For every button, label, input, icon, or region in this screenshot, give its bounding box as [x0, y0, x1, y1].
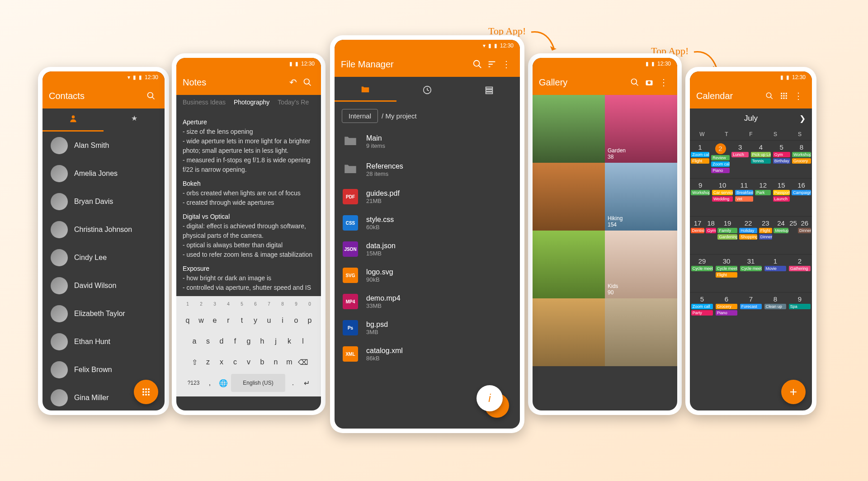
date-cell[interactable]: 5GymBirthday	[772, 140, 791, 178]
date-cell[interactable]: 29Cycle meet	[690, 254, 714, 292]
event-chip[interactable]: Pick up Lis	[751, 152, 771, 157]
backspace-key[interactable]: ⌫	[297, 353, 309, 371]
date-cell[interactable]: 9Spa	[788, 292, 812, 330]
event-chip[interactable]: Gym	[773, 152, 790, 157]
date-cell[interactable]: 9Workshop	[690, 178, 711, 216]
event-chip[interactable]: Dentist	[691, 228, 705, 233]
album-thumb[interactable]	[533, 298, 605, 366]
contact-row[interactable]: Elizabeth Taylor	[42, 300, 165, 328]
key[interactable]: w	[195, 311, 207, 330]
file-row[interactable]: XMLcatalog.xml86kB	[335, 341, 520, 367]
event-chip[interactable]: Gathering	[789, 266, 811, 271]
sort-icon[interactable]	[485, 57, 499, 71]
tab-storage[interactable]	[458, 80, 520, 101]
event-chip[interactable]: Piano	[711, 168, 730, 173]
file-list[interactable]: Main9 itemsReferences28 itemsPDFguides.p…	[335, 127, 520, 429]
file-row[interactable]: PDFguides.pdf21MB	[335, 184, 520, 210]
contact-row[interactable]: Amelia Jones	[42, 160, 165, 188]
event-chip[interactable]: Holiday	[739, 228, 757, 233]
event-chip[interactable]: Cycle meet	[691, 266, 713, 271]
keyboard[interactable]: 1234567890 qwertyuiop asdfghjkl ⇧zxcvbnm…	[176, 296, 321, 396]
key[interactable]: 2	[195, 299, 207, 309]
note-tab[interactable]: Business Ideas	[183, 99, 226, 106]
key[interactable]: g	[243, 332, 255, 350]
date-cell[interactable]: 12Park	[754, 178, 772, 216]
numeric-key[interactable]: ?123	[185, 374, 202, 392]
date-cell[interactable]: 8Clean up	[763, 292, 788, 330]
contact-row[interactable]: Christina Johnson	[42, 216, 165, 244]
key[interactable]: 4	[222, 299, 234, 309]
enter-key[interactable]: ↵	[301, 374, 312, 392]
key[interactable]: q	[182, 311, 193, 330]
event-chip[interactable]: Piano	[716, 310, 738, 316]
key[interactable]: 6	[250, 299, 261, 309]
key[interactable]: x	[216, 353, 227, 371]
key[interactable]: 5	[236, 299, 248, 309]
date-cell[interactable]: 11BreakfastVet	[734, 178, 754, 216]
date-cell[interactable]: 30Cycle meetFlight	[714, 254, 739, 292]
date-cell[interactable]: 26Dinner	[797, 216, 812, 254]
file-row[interactable]: References28 items	[335, 156, 520, 184]
comma-key[interactable]: ,	[204, 374, 216, 392]
event-chip[interactable]: Cycle meet	[716, 266, 738, 271]
key[interactable]: e	[209, 311, 221, 330]
file-row[interactable]: MP4demo.mp433MB	[335, 288, 520, 315]
note-tab[interactable]: Today's Re	[278, 99, 309, 106]
album-thumb[interactable]	[605, 298, 677, 366]
file-row[interactable]: SVGlogo.svg90kB	[335, 262, 520, 288]
date-cell[interactable]: 3Lunch	[731, 140, 750, 178]
breadcrumb-path[interactable]: / My project	[382, 112, 417, 120]
event-chip[interactable]: Dinner	[798, 228, 811, 233]
search-icon[interactable]	[762, 89, 777, 103]
contact-row[interactable]: Bryan Davis	[42, 188, 165, 216]
event-chip[interactable]: Workshop	[691, 190, 710, 195]
date-cell[interactable]: 24Meetup	[773, 216, 789, 254]
key[interactable]: 9	[290, 299, 302, 309]
contact-row[interactable]: David Wilson	[42, 272, 165, 300]
album-thumb[interactable]: Hiking154	[605, 163, 677, 231]
event-chip[interactable]: Forecast	[740, 304, 762, 309]
breadcrumb-root[interactable]: Internal	[342, 109, 378, 123]
key[interactable]: j	[270, 332, 282, 350]
event-chip[interactable]: Dinner	[759, 234, 772, 240]
album-thumb[interactable]	[533, 231, 605, 298]
note-body[interactable]: Aperture- size of the lens opening- wide…	[176, 109, 321, 296]
key[interactable]: m	[283, 353, 295, 371]
contact-row[interactable]: Alan Smith	[42, 132, 165, 160]
file-row[interactable]: Psbg.psd3MB	[335, 315, 520, 341]
album-thumb[interactable]: Kids90	[605, 231, 677, 298]
add-event-fab[interactable]: +	[781, 380, 806, 404]
chevron-right-icon[interactable]: ❯	[799, 114, 806, 123]
album-thumb[interactable]	[533, 163, 605, 231]
key[interactable]: c	[229, 353, 241, 371]
key[interactable]: t	[236, 311, 248, 330]
date-cell[interactable]: 6GroceryPiano	[714, 292, 739, 330]
date-cell[interactable]: 2ReviewZoom callPiano	[710, 140, 731, 178]
date-cell[interactable]: 23FlightDinner	[758, 216, 773, 254]
event-chip[interactable]: Birthday	[773, 158, 790, 164]
key[interactable]: k	[283, 332, 295, 350]
event-chip[interactable]: Park	[755, 190, 771, 195]
key[interactable]: i	[277, 311, 288, 330]
event-chip[interactable]: Gym	[706, 228, 716, 233]
key[interactable]: d	[216, 332, 227, 350]
undo-icon[interactable]: ↶	[286, 75, 300, 90]
date-cell[interactable]: 16Campaign	[791, 178, 812, 216]
key[interactable]: n	[270, 353, 282, 371]
event-chip[interactable]: Workshop	[792, 152, 811, 157]
event-chip[interactable]: Vet	[735, 196, 753, 202]
tab-favorites[interactable]: ★	[104, 108, 165, 132]
event-chip[interactable]: Gardening	[717, 234, 737, 240]
shift-key[interactable]: ⇧	[189, 353, 200, 371]
event-chip[interactable]: Lunch	[731, 152, 749, 157]
event-chip[interactable]: Flight	[691, 158, 709, 164]
info-fab[interactable]: i	[476, 385, 503, 411]
date-cell[interactable]: 7Forecast	[739, 292, 763, 330]
tab-recent[interactable]	[396, 80, 458, 101]
key[interactable]: f	[229, 332, 241, 350]
event-chip[interactable]: Movie	[764, 266, 787, 271]
event-chip[interactable]: Flight	[716, 272, 738, 278]
event-chip[interactable]: Launch	[773, 196, 790, 202]
key[interactable]: y	[250, 311, 261, 330]
key[interactable]: u	[263, 311, 275, 330]
